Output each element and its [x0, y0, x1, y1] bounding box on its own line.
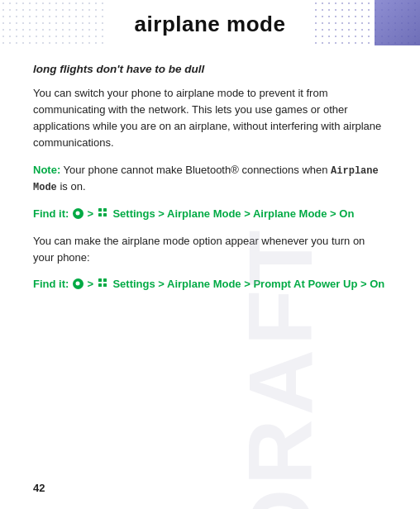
svg-rect-0 — [98, 208, 102, 212]
page-footer: 42 — [33, 482, 45, 494]
arrow-2: > — [88, 278, 97, 290]
path-text-1: Settings > Airplane Mode > Airplane Mode… — [112, 207, 354, 220]
corner-accent — [375, 0, 420, 45]
home-icon-1 — [73, 208, 84, 219]
find-label-1: Find it: — [33, 207, 69, 220]
svg-rect-5 — [103, 278, 107, 282]
page-title: airplane mode — [135, 12, 286, 37]
settings-icon-2 — [98, 278, 109, 289]
page-header: airplane mode — [0, 0, 420, 48]
page-content: long flights don't have to be dull You c… — [0, 48, 420, 320]
middle-paragraph: You can make the airplane mode option ap… — [33, 233, 387, 266]
svg-rect-2 — [98, 213, 102, 216]
settings-icon-1 — [98, 207, 109, 219]
note-label: Note: — [33, 164, 60, 176]
find-label-2: Find it: — [33, 278, 69, 290]
svg-rect-4 — [98, 278, 102, 282]
home-icon-2 — [73, 278, 84, 289]
page-number: 42 — [33, 482, 45, 494]
note-paragraph: Note: Your phone cannot make Bluetooth® … — [33, 162, 387, 196]
intro-paragraph: You can switch your phone to airplane mo… — [33, 85, 387, 152]
note-text2: is on. — [57, 180, 86, 193]
page-subtitle: long flights don't have to be dull — [33, 63, 387, 75]
find-it-path-1: Find it: > Settings > Airplane Mode > Ai… — [33, 206, 387, 223]
path-text-2: Settings > Airplane Mode > Prompt At Pow… — [112, 278, 384, 290]
svg-rect-6 — [98, 283, 102, 287]
svg-rect-7 — [103, 283, 107, 287]
find-it-path-2: Find it: > Settings > Airplane Mode > Pr… — [33, 276, 387, 293]
dot-pattern-top-left — [0, 0, 107, 48]
arrow-1: > — [88, 207, 97, 220]
svg-rect-3 — [103, 213, 107, 216]
note-text: Your phone cannot make Bluetooth® connec… — [60, 164, 331, 176]
svg-rect-1 — [103, 208, 107, 212]
